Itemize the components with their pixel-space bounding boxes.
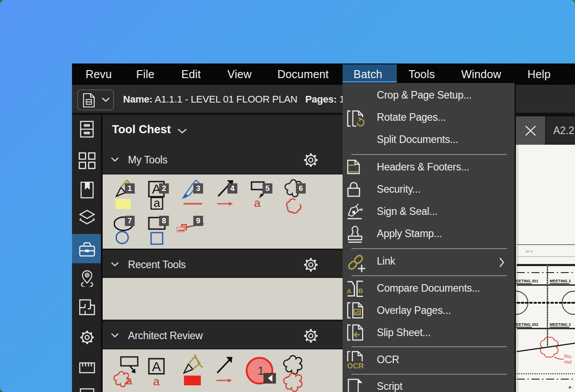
svg-text:30'-0": 30'-0" [526, 250, 534, 253]
svg-text:B: B [358, 287, 363, 294]
svg-text:a: a [154, 196, 160, 210]
svg-text:A: A [152, 359, 161, 374]
svg-text:MEETING 2: MEETING 2 [550, 322, 571, 327]
svg-text:a: a [126, 374, 132, 387]
svg-text:MEETING 2: MEETING 2 [550, 279, 571, 283]
svg-text:OCR: OCR [347, 362, 364, 369]
svg-text:MEETING 201: MEETING 201 [516, 279, 539, 283]
svg-text:MEETING 202: MEETING 202 [516, 322, 539, 327]
svg-text:a: a [254, 196, 261, 210]
svg-text:a: a [153, 375, 160, 388]
svg-text:Pro: Pro [564, 354, 571, 359]
svg-text:mul: mul [564, 360, 571, 364]
svg-text:A: A [347, 287, 351, 295]
svg-text:1: 1 [258, 364, 264, 377]
